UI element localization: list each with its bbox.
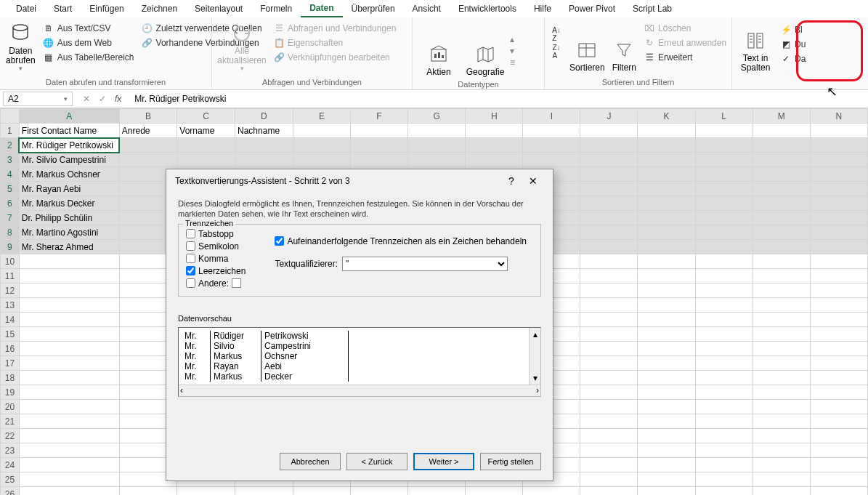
sort-asc-button[interactable]: A↓Z (549, 28, 564, 41)
sort-button[interactable]: Sortieren (568, 19, 607, 74)
cell-C3[interactable] (177, 153, 235, 167)
cell-K21[interactable] (638, 414, 695, 429)
clear-filter-button[interactable]: ⌧Löschen (642, 22, 728, 35)
from-web-button[interactable]: 🌐Aus dem Web (41, 36, 136, 49)
cell-L15[interactable] (695, 327, 753, 342)
cell-L1[interactable] (695, 124, 753, 138)
cell-J26[interactable] (580, 487, 638, 496)
cell-A8[interactable]: Mr. Martino Agostini (19, 225, 119, 240)
cell-J20[interactable] (580, 400, 638, 414)
cell-M19[interactable] (753, 385, 810, 400)
cell-N25[interactable] (810, 472, 867, 487)
remove-duplicates-button[interactable]: ◩Du (779, 38, 807, 51)
chevron-down-icon[interactable]: ▾ (64, 95, 68, 102)
cell-M22[interactable] (753, 429, 810, 443)
cell-A26[interactable] (19, 487, 119, 496)
row-header-16[interactable]: 16 (1, 342, 20, 356)
cell-G26[interactable] (408, 487, 466, 496)
name-box[interactable]: A2 ▾ (3, 92, 73, 106)
cell-J16[interactable] (580, 342, 638, 356)
edit-links-button[interactable]: 🔗Verknüpfungen bearbeiten (272, 51, 397, 64)
cell-M26[interactable] (753, 487, 810, 496)
cell-K10[interactable] (638, 254, 695, 269)
cell-M21[interactable] (753, 414, 810, 429)
cell-A21[interactable] (19, 414, 119, 429)
cell-A5[interactable]: Mr. Rayan Aebi (19, 182, 119, 196)
cell-N5[interactable] (810, 182, 867, 196)
row-header-1[interactable]: 1 (1, 124, 20, 138)
cell-D2[interactable] (235, 138, 293, 153)
cell-J14[interactable] (580, 313, 638, 327)
cell-M13[interactable] (753, 298, 810, 313)
cell-H26[interactable] (466, 487, 523, 496)
cell-F1[interactable] (350, 124, 407, 138)
cell-M23[interactable] (753, 443, 810, 458)
cell-M10[interactable] (753, 254, 810, 269)
cell-I26[interactable] (523, 487, 580, 496)
cell-A1[interactable]: First Contact Name (19, 124, 119, 138)
cell-A15[interactable] (19, 327, 119, 342)
cell-K12[interactable] (638, 283, 695, 298)
cell-K4[interactable] (638, 167, 695, 182)
row-header-22[interactable]: 22 (1, 429, 20, 443)
cell-J2[interactable] (580, 138, 638, 153)
col-header-J[interactable]: J (580, 109, 638, 124)
scroll-up-icon[interactable]: ▴ (510, 34, 515, 44)
cell-H2[interactable] (466, 138, 523, 153)
row-header-9[interactable]: 9 (1, 240, 20, 254)
cell-L4[interactable] (695, 167, 753, 182)
row-header-14[interactable]: 14 (1, 313, 20, 327)
cell-M7[interactable] (753, 211, 810, 225)
other-delimiter-input[interactable] (232, 278, 241, 288)
row-header-24[interactable]: 24 (1, 458, 20, 472)
cell-K14[interactable] (638, 313, 695, 327)
cell-A7[interactable]: Dr. Philipp Schülin (19, 211, 119, 225)
cell-H3[interactable] (466, 153, 523, 167)
cell-B2[interactable] (119, 138, 177, 153)
cell-D26[interactable] (235, 487, 293, 496)
menu-item-zeichnen[interactable]: Zeichnen (133, 1, 186, 17)
cell-A6[interactable]: Mr. Markus Decker (19, 196, 119, 211)
next-button[interactable]: Weiter > (413, 453, 474, 470)
row-header-10[interactable]: 10 (1, 254, 20, 269)
cell-N9[interactable] (810, 240, 867, 254)
cell-M15[interactable] (753, 327, 810, 342)
cell-L10[interactable] (695, 254, 753, 269)
sort-desc-button[interactable]: Z↓A (549, 45, 564, 58)
row-header-4[interactable]: 4 (1, 167, 20, 182)
cell-J23[interactable] (580, 443, 638, 458)
cell-K22[interactable] (638, 429, 695, 443)
row-header-19[interactable]: 19 (1, 385, 20, 400)
menu-item-entwicklertools[interactable]: Entwicklertools (450, 1, 525, 17)
cell-M25[interactable] (753, 472, 810, 487)
cell-L20[interactable] (695, 400, 753, 414)
col-header-H[interactable]: H (466, 109, 523, 124)
cell-K6[interactable] (638, 196, 695, 211)
menu-item-formeln[interactable]: Formeln (251, 1, 301, 17)
cell-L2[interactable] (695, 138, 753, 153)
cell-N23[interactable] (810, 443, 867, 458)
cell-J22[interactable] (580, 429, 638, 443)
cell-G2[interactable] (408, 138, 466, 153)
cell-A11[interactable] (19, 269, 119, 283)
col-header-C[interactable]: C (177, 109, 235, 124)
cell-M24[interactable] (753, 458, 810, 472)
help-button[interactable]: ? (500, 175, 522, 187)
cell-F3[interactable] (350, 153, 407, 167)
cell-L5[interactable] (695, 182, 753, 196)
cell-J13[interactable] (580, 298, 638, 313)
col-header-B[interactable]: B (119, 109, 177, 124)
row-header-25[interactable]: 25 (1, 472, 20, 487)
cell-N24[interactable] (810, 458, 867, 472)
cell-M8[interactable] (753, 225, 810, 240)
cell-B26[interactable] (119, 487, 177, 496)
row-header-15[interactable]: 15 (1, 327, 20, 342)
cell-J25[interactable] (580, 472, 638, 487)
cell-J10[interactable] (580, 254, 638, 269)
cell-E1[interactable] (293, 124, 350, 138)
cell-L19[interactable] (695, 385, 753, 400)
cell-G3[interactable] (408, 153, 466, 167)
cell-E3[interactable] (293, 153, 350, 167)
queries-connections-button[interactable]: ☰Abfragen und Verbindungen (272, 22, 397, 35)
row-header-23[interactable]: 23 (1, 443, 20, 458)
